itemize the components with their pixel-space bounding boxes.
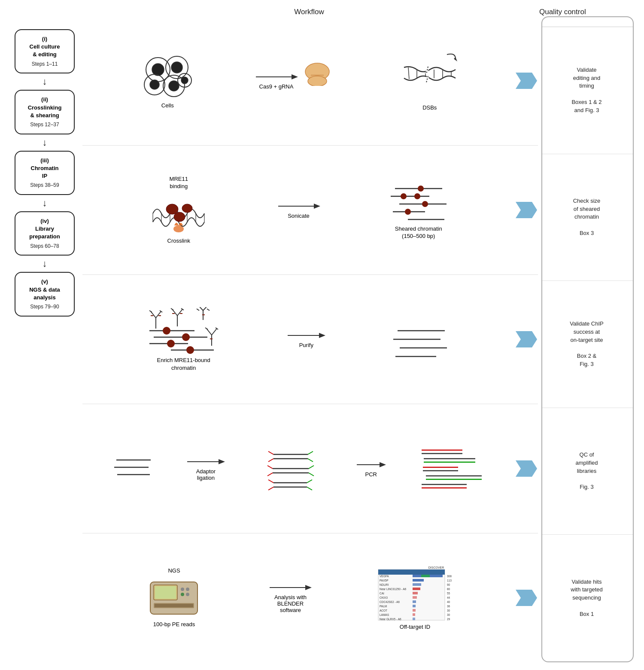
sheared-scene: Sheared chromatin(150–500 bp) (322, 180, 515, 240)
svg-point-83 (167, 340, 175, 347)
workflow-header: Workflow (79, 8, 539, 16)
svg-text:CDC42SE2 - A6: CDC42SE2 - A6 (380, 600, 400, 603)
cells-label: Cells (161, 102, 174, 110)
step-2-steps: Steps 12–37 (20, 121, 70, 128)
cas9-scene (300, 62, 334, 86)
svg-marker-96 (219, 459, 225, 464)
qc-chevron-2 (515, 202, 538, 218)
svg-rect-136 (155, 604, 193, 607)
svg-point-37 (173, 225, 184, 232)
page: Workflow Quality control (i) Cell cultur… (0, 0, 644, 670)
purify-arrow: Purify (285, 330, 328, 348)
step-2-title: Crosslinking& shearing (20, 104, 70, 119)
svg-line-60 (177, 309, 182, 316)
step-arrow-4-5: ↓ (43, 256, 47, 272)
cas9-arrow-svg (255, 72, 298, 82)
offtarget-label: Off-target ID (400, 623, 430, 631)
enrich-illustration (147, 307, 220, 354)
step-arrow-1-2: ↓ (43, 73, 47, 90)
qc-row-4: QC ofamplifiedlibrariesFig. 3 (542, 408, 633, 535)
step-4-steps: Steps 60–78 (20, 243, 70, 250)
sheared-illustration (386, 180, 451, 223)
step-4-title: Librarypreparation (20, 225, 70, 241)
svg-rect-169 (413, 588, 420, 590)
crosslink-label: Crosslink (167, 237, 190, 245)
svg-point-82 (182, 333, 190, 341)
svg-text:36: 36 (447, 605, 450, 608)
svg-line-114 (307, 487, 312, 490)
svg-text:DISCOVER: DISCOVER (428, 566, 444, 569)
svg-point-84 (186, 346, 194, 354)
svg-point-41 (418, 186, 424, 192)
qc-chevron-1 (515, 73, 538, 89)
svg-text:113: 113 (447, 579, 452, 582)
cas9-label: Cas9 + gRNA (259, 83, 294, 90)
svg-line-69 (197, 309, 199, 311)
svg-marker-127 (516, 460, 537, 477)
pcr-label: PCR (365, 471, 377, 478)
svg-rect-142 (378, 570, 445, 575)
svg-point-46 (422, 201, 428, 207)
ngs-machine-illustration (146, 576, 202, 618)
step-3-roman: (iii) (20, 157, 70, 164)
svg-point-131 (181, 588, 184, 591)
wf-row-2: MRE11binding (82, 146, 538, 275)
svg-line-107 (309, 466, 314, 469)
purify-arrow-svg (287, 330, 325, 341)
qc-text-2: Check sizeof shearedchromatinBox 3 (542, 195, 633, 240)
qc-row-5: Validate hitswith targetedsequencingBox … (542, 535, 633, 661)
step-3-box: (iii) ChromatinIP Steps 38–59 (15, 151, 75, 195)
svg-text:Near GLRX5 - A6: Near GLRX5 - A6 (380, 618, 401, 621)
svg-point-36 (182, 204, 192, 213)
sonicate-label: Sonicate (288, 213, 310, 219)
sonicate-arrow-svg (277, 201, 320, 211)
svg-text:80: 80 (447, 588, 450, 591)
svg-line-102 (308, 459, 313, 462)
qc-row-2: Check sizeof shearedchromatinBox 3 (542, 154, 633, 281)
wf-row-1-scenes: Cells Cas9 + gRNA (82, 50, 515, 112)
top-headers: Workflow Quality control (10, 8, 634, 16)
svg-line-113 (307, 480, 312, 483)
svg-rect-174 (413, 609, 416, 612)
svg-line-100 (268, 459, 273, 462)
svg-line-112 (268, 487, 273, 490)
qc-chevron-4 (515, 460, 538, 477)
svg-rect-175 (413, 613, 415, 616)
qc-text-3: Validate ChIPsuccess aton-target siteBox… (542, 317, 633, 371)
sheared-label: Sheared chromatin(150–500 bp) (395, 225, 442, 240)
step-4-box: (iv) Librarypreparation Steps 60–78 (15, 211, 75, 256)
qc-chevron-5 (515, 590, 538, 606)
svg-point-132 (186, 588, 189, 591)
qc-area-header (542, 17, 633, 27)
svg-text:ACOT: ACOT (380, 609, 387, 612)
svg-marker-116 (380, 462, 386, 467)
qc-text-5: Validate hitswith targetedsequencingBox … (542, 576, 633, 621)
step-5-roman: (v) (20, 278, 70, 286)
svg-line-105 (267, 466, 273, 469)
step-1-title: Cell culture& editing (20, 43, 70, 58)
adaptor-arrow-svg (186, 457, 225, 467)
svg-rect-166 (413, 579, 424, 582)
lib-input-scene (82, 449, 184, 488)
svg-marker-11 (292, 74, 298, 79)
step-arrow-3-4: ↓ (43, 195, 47, 211)
cas9-protein-illustration (302, 62, 332, 86)
wf-row-2-scenes: MRE11binding (82, 176, 515, 244)
step-5-box: (v) NGS & dataanalysis Steps 79–90 (15, 272, 75, 316)
crosslink-scene: MRE11binding (82, 176, 275, 244)
purified-scene (328, 318, 515, 361)
qc-header-top: Quality control (539, 8, 634, 16)
step-2-roman: (ii) (20, 96, 70, 104)
ngs-scene: NGS (82, 567, 266, 628)
blender-label: Analysis withBLENDERsoftware (274, 594, 307, 613)
svg-point-134 (186, 593, 189, 596)
qc-area: Validateediting andtimingBoxes 1 & 2and … (541, 16, 634, 662)
content-row: (i) Cell culture& editing Steps 1–11 ↓ (… (10, 16, 634, 662)
cells-illustration (142, 52, 193, 100)
offtarget-illustration: DISCOVER score VEGFA PAX5P NDLIRI (376, 565, 453, 621)
svg-line-106 (267, 473, 273, 476)
svg-point-44 (414, 193, 420, 199)
chevron-svg-5 (516, 590, 537, 606)
wf-row-5-scenes: NGS (82, 565, 515, 631)
svg-point-81 (163, 327, 170, 335)
